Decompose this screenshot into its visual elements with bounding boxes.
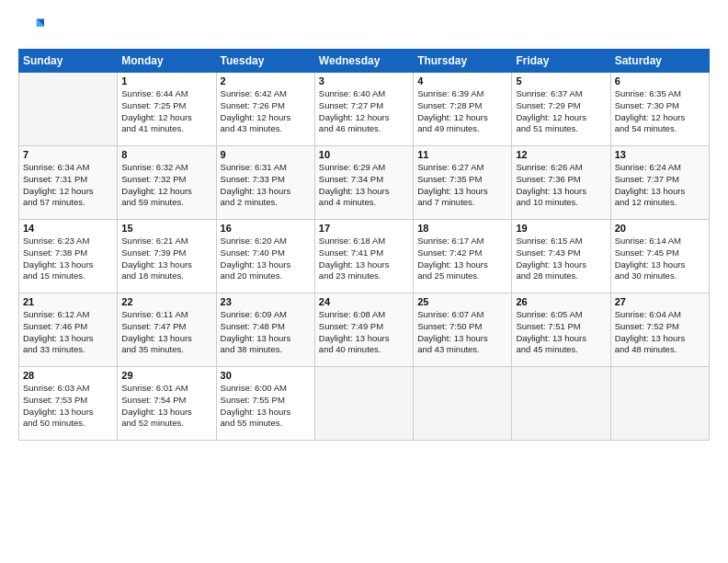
day-number: 26 [516, 296, 606, 307]
day-cell: 11Sunrise: 6:27 AM Sunset: 7:35 PM Dayli… [414, 146, 512, 220]
weekday-header-sunday: Sunday [19, 50, 118, 73]
day-cell [512, 367, 610, 441]
day-info: Sunrise: 6:27 AM Sunset: 7:35 PM Dayligh… [417, 162, 507, 209]
weekday-header-tuesday: Tuesday [216, 50, 314, 73]
day-info: Sunrise: 6:39 AM Sunset: 7:28 PM Dayligh… [417, 88, 507, 135]
day-number: 10 [319, 149, 409, 160]
day-cell [414, 367, 512, 441]
day-info: Sunrise: 6:35 AM Sunset: 7:30 PM Dayligh… [615, 88, 705, 135]
day-number: 16 [221, 223, 311, 234]
week-row-1: 1Sunrise: 6:44 AM Sunset: 7:25 PM Daylig… [19, 73, 710, 146]
day-cell: 26Sunrise: 6:05 AM Sunset: 7:51 PM Dayli… [512, 293, 610, 367]
day-cell: 28Sunrise: 6:03 AM Sunset: 7:53 PM Dayli… [19, 367, 118, 441]
day-cell: 16Sunrise: 6:20 AM Sunset: 7:40 PM Dayli… [216, 220, 314, 293]
day-number: 28 [23, 370, 113, 381]
day-cell: 12Sunrise: 6:26 AM Sunset: 7:36 PM Dayli… [512, 146, 610, 220]
weekday-header-row: SundayMondayTuesdayWednesdayThursdayFrid… [19, 50, 710, 73]
day-cell: 5Sunrise: 6:37 AM Sunset: 7:29 PM Daylig… [512, 73, 610, 146]
day-cell: 13Sunrise: 6:24 AM Sunset: 7:37 PM Dayli… [610, 146, 709, 220]
weekday-header-wednesday: Wednesday [314, 50, 413, 73]
day-number: 23 [221, 296, 311, 307]
logo [18, 14, 48, 40]
day-number: 29 [121, 370, 211, 381]
day-info: Sunrise: 6:07 AM Sunset: 7:50 PM Dayligh… [417, 309, 507, 356]
day-cell: 7Sunrise: 6:34 AM Sunset: 7:31 PM Daylig… [19, 146, 118, 220]
logo-icon [18, 14, 44, 40]
day-number: 13 [615, 149, 705, 160]
day-number: 8 [121, 149, 211, 160]
weekday-header-thursday: Thursday [414, 50, 512, 73]
day-info: Sunrise: 6:11 AM Sunset: 7:47 PM Dayligh… [121, 309, 211, 356]
day-info: Sunrise: 6:17 AM Sunset: 7:42 PM Dayligh… [417, 236, 507, 282]
day-cell: 15Sunrise: 6:21 AM Sunset: 7:39 PM Dayli… [118, 220, 216, 293]
day-number: 11 [417, 149, 507, 160]
day-cell [610, 367, 709, 441]
day-cell: 23Sunrise: 6:09 AM Sunset: 7:48 PM Dayli… [216, 293, 314, 367]
day-info: Sunrise: 6:18 AM Sunset: 7:41 PM Dayligh… [319, 236, 409, 282]
week-row-3: 14Sunrise: 6:23 AM Sunset: 7:38 PM Dayli… [19, 220, 710, 293]
day-cell: 24Sunrise: 6:08 AM Sunset: 7:49 PM Dayli… [314, 293, 413, 367]
day-cell: 6Sunrise: 6:35 AM Sunset: 7:30 PM Daylig… [610, 73, 709, 146]
day-number: 18 [417, 223, 507, 234]
day-number: 15 [121, 223, 211, 234]
day-cell: 19Sunrise: 6:15 AM Sunset: 7:43 PM Dayli… [512, 220, 610, 293]
day-info: Sunrise: 6:23 AM Sunset: 7:38 PM Dayligh… [23, 236, 113, 282]
day-info: Sunrise: 6:08 AM Sunset: 7:49 PM Dayligh… [319, 309, 409, 356]
weekday-header-friday: Friday [512, 50, 610, 73]
day-cell [19, 73, 118, 146]
day-info: Sunrise: 6:00 AM Sunset: 7:55 PM Dayligh… [221, 383, 311, 430]
day-number: 17 [319, 223, 409, 234]
day-info: Sunrise: 6:01 AM Sunset: 7:54 PM Dayligh… [121, 383, 211, 430]
header [18, 14, 710, 40]
day-number: 21 [23, 296, 113, 307]
day-info: Sunrise: 6:29 AM Sunset: 7:34 PM Dayligh… [319, 162, 409, 209]
page: SundayMondayTuesdayWednesdayThursdayFrid… [0, 0, 728, 563]
day-cell: 27Sunrise: 6:04 AM Sunset: 7:52 PM Dayli… [610, 293, 709, 367]
day-number: 25 [417, 296, 507, 307]
day-info: Sunrise: 6:34 AM Sunset: 7:31 PM Dayligh… [23, 162, 113, 209]
day-info: Sunrise: 6:04 AM Sunset: 7:52 PM Dayligh… [615, 309, 705, 356]
day-number: 4 [417, 75, 507, 86]
day-info: Sunrise: 6:21 AM Sunset: 7:39 PM Dayligh… [121, 236, 211, 282]
day-number: 20 [615, 223, 705, 234]
day-info: Sunrise: 6:32 AM Sunset: 7:32 PM Dayligh… [121, 162, 211, 209]
day-info: Sunrise: 6:09 AM Sunset: 7:48 PM Dayligh… [221, 309, 311, 356]
day-number: 5 [516, 75, 606, 86]
day-number: 22 [121, 296, 211, 307]
day-cell: 17Sunrise: 6:18 AM Sunset: 7:41 PM Dayli… [314, 220, 413, 293]
day-info: Sunrise: 6:14 AM Sunset: 7:45 PM Dayligh… [615, 236, 705, 282]
day-cell: 10Sunrise: 6:29 AM Sunset: 7:34 PM Dayli… [314, 146, 413, 220]
day-info: Sunrise: 6:37 AM Sunset: 7:29 PM Dayligh… [516, 88, 606, 135]
day-number: 19 [516, 223, 606, 234]
day-cell: 25Sunrise: 6:07 AM Sunset: 7:50 PM Dayli… [414, 293, 512, 367]
day-info: Sunrise: 6:20 AM Sunset: 7:40 PM Dayligh… [221, 236, 311, 282]
day-cell: 18Sunrise: 6:17 AM Sunset: 7:42 PM Dayli… [414, 220, 512, 293]
day-cell: 3Sunrise: 6:40 AM Sunset: 7:27 PM Daylig… [314, 73, 413, 146]
weekday-header-saturday: Saturday [610, 50, 709, 73]
day-cell: 1Sunrise: 6:44 AM Sunset: 7:25 PM Daylig… [118, 73, 216, 146]
day-number: 12 [516, 149, 606, 160]
day-info: Sunrise: 6:15 AM Sunset: 7:43 PM Dayligh… [516, 236, 606, 282]
calendar-table: SundayMondayTuesdayWednesdayThursdayFrid… [18, 49, 710, 441]
day-cell: 20Sunrise: 6:14 AM Sunset: 7:45 PM Dayli… [610, 220, 709, 293]
day-info: Sunrise: 6:26 AM Sunset: 7:36 PM Dayligh… [516, 162, 606, 209]
day-cell: 22Sunrise: 6:11 AM Sunset: 7:47 PM Dayli… [118, 293, 216, 367]
day-cell: 8Sunrise: 6:32 AM Sunset: 7:32 PM Daylig… [118, 146, 216, 220]
weekday-header-monday: Monday [118, 50, 216, 73]
day-number: 7 [23, 149, 113, 160]
day-cell: 29Sunrise: 6:01 AM Sunset: 7:54 PM Dayli… [118, 367, 216, 441]
day-info: Sunrise: 6:03 AM Sunset: 7:53 PM Dayligh… [23, 383, 113, 430]
day-number: 3 [319, 75, 409, 86]
day-info: Sunrise: 6:24 AM Sunset: 7:37 PM Dayligh… [615, 162, 705, 209]
day-cell [314, 367, 413, 441]
day-cell: 21Sunrise: 6:12 AM Sunset: 7:46 PM Dayli… [19, 293, 118, 367]
day-info: Sunrise: 6:42 AM Sunset: 7:26 PM Dayligh… [221, 88, 311, 135]
day-cell: 4Sunrise: 6:39 AM Sunset: 7:28 PM Daylig… [414, 73, 512, 146]
day-number: 24 [319, 296, 409, 307]
day-cell: 30Sunrise: 6:00 AM Sunset: 7:55 PM Dayli… [216, 367, 314, 441]
week-row-2: 7Sunrise: 6:34 AM Sunset: 7:31 PM Daylig… [19, 146, 710, 220]
day-number: 1 [121, 75, 211, 86]
day-info: Sunrise: 6:44 AM Sunset: 7:25 PM Dayligh… [121, 88, 211, 135]
day-info: Sunrise: 6:31 AM Sunset: 7:33 PM Dayligh… [221, 162, 311, 209]
day-number: 9 [221, 149, 311, 160]
